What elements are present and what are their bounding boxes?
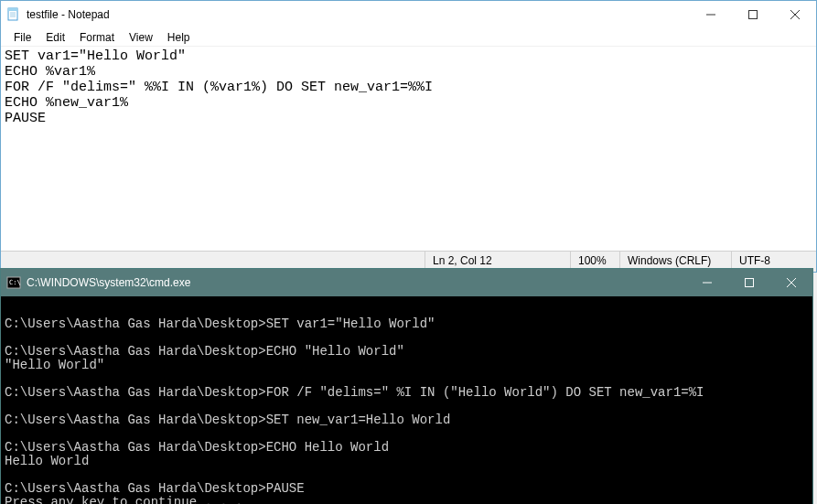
notepad-titlebar[interactable]: testfile - Notepad <box>1 1 816 28</box>
menu-view[interactable]: View <box>122 29 160 46</box>
notepad-window: testfile - Notepad File Edit Format View… <box>0 0 817 273</box>
notepad-window-controls <box>690 1 816 28</box>
notepad-menubar: File Edit Format View Help <box>1 28 816 47</box>
notepad-icon <box>6 7 21 22</box>
notepad-editor[interactable]: SET var1="Hello World" ECHO %var1% FOR /… <box>1 47 816 251</box>
cmd-close-button[interactable] <box>770 269 812 296</box>
cmd-output[interactable]: C:\Users\Aastha Gas Harda\Desktop>SET va… <box>1 296 812 504</box>
cmd-window: C:\ C:\WINDOWS\system32\cmd.exe C:\Users… <box>0 268 813 504</box>
svg-rect-12 <box>746 279 754 287</box>
menu-edit[interactable]: Edit <box>38 29 72 46</box>
close-button[interactable] <box>774 1 816 28</box>
menu-format[interactable]: Format <box>72 29 122 46</box>
svg-text:C:\: C:\ <box>9 279 21 286</box>
cmd-title: C:\WINDOWS\system32\cmd.exe <box>27 276 686 289</box>
svg-rect-1 <box>8 8 17 11</box>
cmd-minimize-button[interactable] <box>686 269 728 296</box>
minimize-button[interactable] <box>690 1 732 28</box>
cmd-titlebar[interactable]: C:\ C:\WINDOWS\system32\cmd.exe <box>1 269 812 296</box>
cmd-icon: C:\ <box>6 275 21 290</box>
menu-help[interactable]: Help <box>160 29 198 46</box>
menu-file[interactable]: File <box>6 29 38 46</box>
svg-rect-6 <box>749 11 758 19</box>
cmd-maximize-button[interactable] <box>728 269 770 296</box>
notepad-title: testfile - Notepad <box>27 8 690 21</box>
cmd-window-controls <box>686 269 812 296</box>
maximize-button[interactable] <box>732 1 774 28</box>
